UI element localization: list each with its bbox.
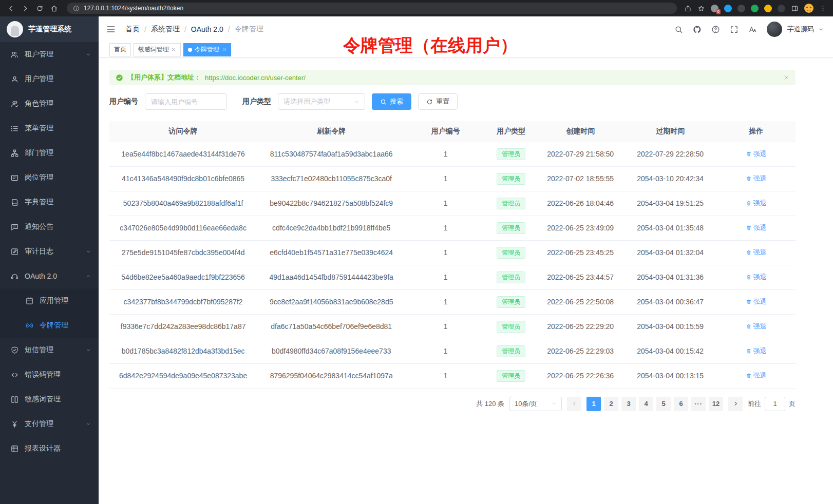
user-type-label: 用户类型 <box>242 97 271 106</box>
sidebar-item-dept[interactable]: 部门管理 <box>0 141 99 165</box>
extension-puzzle-icon[interactable]: 0 <box>711 5 718 12</box>
breadcrumb-item-system[interactable]: 系统管理 <box>151 25 180 34</box>
page-button[interactable]: 6 <box>674 397 688 411</box>
force-logout-button[interactable]: 强退 <box>746 371 767 380</box>
profile-avatar-icon[interactable] <box>804 4 813 13</box>
sidebar-item-pay[interactable]: 支付管理 <box>0 412 99 436</box>
sidebar-item-menu[interactable]: 菜单管理 <box>0 116 99 141</box>
font-size-icon[interactable] <box>748 25 757 34</box>
force-logout-button[interactable]: 强退 <box>746 199 767 208</box>
breadcrumb-separator: / <box>144 25 146 33</box>
sidebar-item-user[interactable]: 用户管理 <box>0 67 99 91</box>
back-icon[interactable] <box>4 2 17 15</box>
chevron-down-icon <box>85 421 91 427</box>
column-created-time: 创建时间 <box>537 121 624 142</box>
force-logout-button[interactable]: 强退 <box>746 149 767 159</box>
sidebar-item-notice[interactable]: 通知公告 <box>0 215 99 239</box>
user-type-select[interactable]: 请选择用户类型 <box>278 93 365 110</box>
user-id-input[interactable] <box>145 93 227 110</box>
success-circle-icon <box>116 74 123 82</box>
fullscreen-icon[interactable] <box>730 25 739 34</box>
breadcrumb-item-home[interactable]: 首页 <box>125 25 140 34</box>
prev-page-button[interactable] <box>567 397 581 411</box>
force-logout-button[interactable]: 强退 <box>746 273 767 282</box>
refresh-token-cell: 8796295f04064c2983414cc54af1097a <box>257 363 406 388</box>
doc-link[interactable]: https://doc.iocoder.cn/user-center/ <box>205 74 306 82</box>
breadcrumb-item-oauth[interactable]: OAuth 2.0 <box>191 25 223 33</box>
page-button[interactable]: 4 <box>639 397 653 411</box>
page-ellipsis[interactable]: ··· <box>691 397 706 411</box>
tab-item[interactable]: 首页 <box>109 43 131 56</box>
access-token-cell: 54d6be82ee5a460a9aedc1f9bf223656 <box>109 265 257 289</box>
sidebar-item-label: 支付管理 <box>25 419 80 429</box>
page-size-select[interactable]: 10条/页 <box>509 397 562 411</box>
sidebar-item-label: 菜单管理 <box>25 124 91 133</box>
force-logout-button[interactable]: 强退 <box>746 346 767 356</box>
force-logout-button[interactable]: 强退 <box>746 297 767 306</box>
split-view-icon[interactable] <box>791 5 799 12</box>
force-logout-button[interactable]: 强退 <box>746 322 767 331</box>
share-icon[interactable] <box>684 5 692 12</box>
tab-label: 首页 <box>114 45 126 54</box>
user-name[interactable]: 芋道源码 <box>787 25 814 34</box>
user-avatar[interactable] <box>767 22 782 37</box>
created-time-cell: 2022-06-25 23:44:57 <box>537 265 624 289</box>
tab-close-icon[interactable] <box>172 47 176 52</box>
expire-time-cell: 2054-03-04 01:32:04 <box>624 240 716 265</box>
force-logout-icon <box>746 299 752 305</box>
alert-close-icon[interactable] <box>783 74 789 81</box>
app-logo-row[interactable]: 芋道管理系统 <box>0 16 99 42</box>
tab-item[interactable]: 敏感词管理 <box>134 43 181 56</box>
site-info-icon[interactable] <box>73 5 80 12</box>
home-icon[interactable] <box>47 2 61 15</box>
extension-green-icon[interactable] <box>751 5 759 12</box>
sidebar-item-post[interactable]: 岗位管理 <box>0 165 99 190</box>
url-bar[interactable]: 127.0.0.1:1024/system/oauth2/token <box>67 3 677 14</box>
force-logout-button[interactable]: 强退 <box>746 248 767 257</box>
sidebar-item-sms[interactable]: 短信管理 <box>0 338 99 362</box>
github-icon[interactable] <box>693 25 702 34</box>
bookmark-star-icon[interactable] <box>697 5 705 12</box>
page-button[interactable]: 3 <box>621 397 636 411</box>
search-button[interactable]: 搜索 <box>372 93 411 110</box>
sidebar-item-app[interactable]: 应用管理 <box>0 288 99 313</box>
reset-button[interactable]: 重置 <box>418 93 458 110</box>
created-time-cell: 2022-06-25 23:49:09 <box>537 216 624 240</box>
page-button[interactable]: 2 <box>604 397 618 411</box>
tab-item[interactable]: 令牌管理 <box>183 43 231 56</box>
sidebar-item-errcode[interactable]: 错误码管理 <box>0 362 99 387</box>
sidebar-item-label: OAuth 2.0 <box>25 272 80 280</box>
page-button[interactable]: 5 <box>656 397 671 411</box>
browser-menu-icon[interactable] <box>819 5 827 12</box>
user-id-cell: 1 <box>406 216 485 240</box>
sidebar: 芋道管理系统 租户管理 用户管理 角色管理 菜单管理 部门管理 岗位管理 字典管… <box>0 16 99 504</box>
force-logout-button[interactable]: 强退 <box>746 223 767 232</box>
menu-toggle-icon[interactable] <box>106 24 116 34</box>
tab-close-icon[interactable] <box>222 47 226 52</box>
refresh-token-cell: 811c530487574fa0af1a59d3abc1aa66 <box>257 142 406 166</box>
token-icon <box>25 321 34 330</box>
help-icon[interactable] <box>711 25 720 34</box>
sidebar-item-oauth[interactable]: OAuth 2.0 <box>0 264 99 288</box>
sidebar-item-tenant[interactable]: 租户管理 <box>0 42 99 67</box>
sidebar-item-report[interactable]: 报表设计器 <box>0 436 99 461</box>
extension-dark-icon[interactable] <box>737 5 745 12</box>
extension-pinwheel-icon[interactable] <box>764 5 772 12</box>
sidebar-item-dict[interactable]: 字典管理 <box>0 190 99 215</box>
page-button[interactable]: 12 <box>709 397 723 411</box>
search-icon[interactable] <box>674 25 683 34</box>
reload-icon[interactable] <box>33 2 46 15</box>
page-button[interactable]: 1 <box>586 397 601 411</box>
sidebar-item-token[interactable]: 令牌管理 <box>0 313 99 338</box>
extension-twitter-icon[interactable] <box>724 5 732 12</box>
extension-paw-icon[interactable] <box>778 5 785 12</box>
sidebar-item-sensitive[interactable]: 敏感词管理 <box>0 387 99 412</box>
sidebar-item-audit[interactable]: 审计日志 <box>0 239 99 264</box>
chevron-down-icon[interactable] <box>818 27 824 32</box>
sidebar-item-label: 角色管理 <box>25 99 91 108</box>
next-page-button[interactable] <box>728 397 743 411</box>
sidebar-item-role[interactable]: 角色管理 <box>0 91 99 116</box>
force-logout-button[interactable]: 强退 <box>746 174 767 183</box>
forward-icon[interactable] <box>18 2 32 15</box>
goto-page-input[interactable] <box>765 397 785 411</box>
